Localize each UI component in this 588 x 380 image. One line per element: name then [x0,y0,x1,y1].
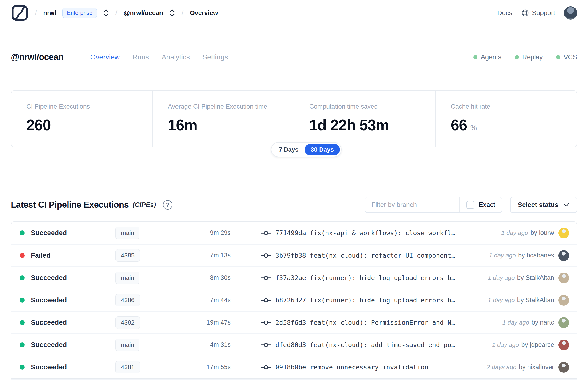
author-avatar[interactable] [558,317,569,328]
divider [460,47,460,67]
row-meta: 1 day ago by StalkAltan [488,274,554,282]
breadcrumb-org[interactable]: nrwl [43,9,56,17]
stat-computation-time-saved: Computation time saved 1d 22h 53m [294,91,435,147]
org-switcher-icon[interactable] [103,9,109,17]
section-title: Latest CI Pipeline Executions [11,200,129,210]
duration-label: 8m 30s [193,274,231,282]
status-label: Succeeded [31,274,115,282]
row-meta: 1 day ago by jdpearce [492,341,554,348]
author-avatar[interactable] [558,272,569,283]
commit-link[interactable]: f37a32ae fix(runner): hide log upload er… [261,274,483,282]
chevron-down-icon [563,203,570,207]
stats-card: CI Pipeline Executions 260 Average CI Pi… [11,90,577,148]
top-navbar: / nrwl Enterprise / @nrwl/ocean / Overvi… [0,0,588,26]
status-dot [20,253,25,258]
branch-badge[interactable]: main [115,272,139,284]
branch-badge[interactable]: 4385 [115,249,140,262]
commit-link[interactable]: 3b79fb38 feat(nx-cloud): refactor UI com… [261,252,484,259]
commit-link[interactable]: 771499da fix(nx-api & workflows): close … [261,229,496,237]
branch-cell: 4386 [115,294,193,306]
duration-label: 7m 44s [193,297,231,304]
branch-badge[interactable]: main [115,339,139,351]
table-row[interactable]: Failed 4385 7m 13s 3b79fb38 feat(nx-clou… [11,244,577,266]
lifebuoy-icon [521,9,529,17]
feature-replay[interactable]: Replay [515,53,543,61]
status-label: Succeeded [31,341,115,349]
user-avatar[interactable] [564,6,577,19]
table-row[interactable]: Succeeded 4386 7m 44s b8726327 fix(runne… [11,289,577,311]
breadcrumb-workspace[interactable]: @nrwl/ocean [124,9,163,17]
branch-cell: 4382 [115,316,193,329]
table-row[interactable]: Succeeded 4382 19m 47s 2d58f6d3 feat(nx-… [11,311,577,333]
status-label: Succeeded [31,296,115,304]
green-status-dot [474,55,477,59]
table-row[interactable]: Succeeded 4381 17m 55s 0918b0be remove u… [11,356,577,378]
help-icon[interactable]: ? [163,200,172,209]
author-avatar[interactable] [558,362,569,373]
author-label: by StalkAltan [517,274,554,282]
breadcrumb: / nrwl Enterprise / @nrwl/ocean / Overvi… [11,4,218,22]
nx-cloud-logo-icon[interactable] [11,4,29,22]
status-dot [20,365,25,370]
status-label: Succeeded [31,229,115,237]
branch-filter-group: Exact [365,197,502,213]
stat-value: 66 % [451,116,577,134]
commit-message: 2d58f6d3 feat(nx-cloud): PermissionError… [275,319,455,326]
exact-checkbox[interactable] [466,201,474,209]
git-commit-icon [261,230,271,236]
workspace-switcher-icon[interactable] [169,9,175,17]
exact-filter: Exact [459,197,502,212]
time-ago-label: 1 day ago [489,252,516,259]
breadcrumb-separator: / [181,8,183,17]
feature-agents[interactable]: Agents [474,53,501,61]
feature-vcs-label: VCS [564,53,577,61]
status-label: Succeeded [31,363,115,371]
table-row[interactable]: Succeeded main 4m 31s dfed80d3 feat(nx-c… [11,333,577,356]
status-dot [20,275,25,280]
row-meta: 1 day ago by StalkAltan [488,297,554,304]
author-avatar[interactable] [558,340,569,350]
time-ago-label: 1 day ago [488,274,515,282]
tab-settings[interactable]: Settings [203,53,228,61]
time-ago-label: 1 day ago [492,341,519,348]
enterprise-badge: Enterprise [62,7,97,18]
commit-link[interactable]: 0918b0be remove unnecessary invalidation [261,363,482,371]
duration-label: 19m 47s [193,319,231,326]
breadcrumb-page: Overview [190,9,218,17]
author-avatar[interactable] [558,295,569,306]
commit-link[interactable]: 2d58f6d3 feat(nx-cloud): PermissionError… [261,319,498,326]
status-dot [20,320,25,325]
feature-vcs[interactable]: VCS [556,53,577,61]
commit-link[interactable]: b8726327 fix(runner): hide log upload er… [261,297,483,304]
support-link[interactable]: Support [521,9,555,17]
stat-cache-hit-rate: Cache hit rate 66 % [435,91,577,147]
stat-value: 260 [26,116,152,134]
branch-badge[interactable]: 4381 [115,361,140,373]
tab-analytics[interactable]: Analytics [162,53,190,61]
row-meta: 1 day ago by bcabanes [489,252,554,259]
range-30-days[interactable]: 30 Days [304,144,340,155]
tab-runs[interactable]: Runs [133,53,149,61]
branch-badge[interactable]: main [115,227,139,239]
row-meta: 1 day ago by nartc [502,319,554,326]
branch-badge[interactable]: 4386 [115,294,140,306]
git-commit-icon [261,275,271,281]
tab-overview[interactable]: Overview [90,53,120,61]
author-avatar[interactable] [558,250,569,261]
select-status-button[interactable]: Select status [510,197,577,213]
duration-label: 17m 55s [193,363,231,371]
stat-label: Average CI Pipeline Execution time [168,103,294,110]
author-avatar[interactable] [558,228,569,238]
branch-filter-input[interactable] [365,197,459,212]
commit-link[interactable]: dfed80d3 feat(nx-cloud): add time-saved … [261,341,487,348]
stat-value: 16m [168,116,294,134]
branch-badge[interactable]: 4382 [115,316,140,329]
stat-label: CI Pipeline Executions [26,103,152,110]
row-meta: 2 days ago by nixallover [487,363,554,371]
commit-message: 0918b0be remove unnecessary invalidation [275,363,428,371]
range-7-days[interactable]: 7 Days [273,144,304,155]
date-range-toggle: 7 Days 30 Days [271,142,341,157]
table-row[interactable]: Succeeded main 9m 29s 771499da fix(nx-ap… [11,222,577,244]
table-row[interactable]: Succeeded main 8m 30s f37a32ae fix(runne… [11,266,577,289]
docs-link[interactable]: Docs [497,9,512,17]
